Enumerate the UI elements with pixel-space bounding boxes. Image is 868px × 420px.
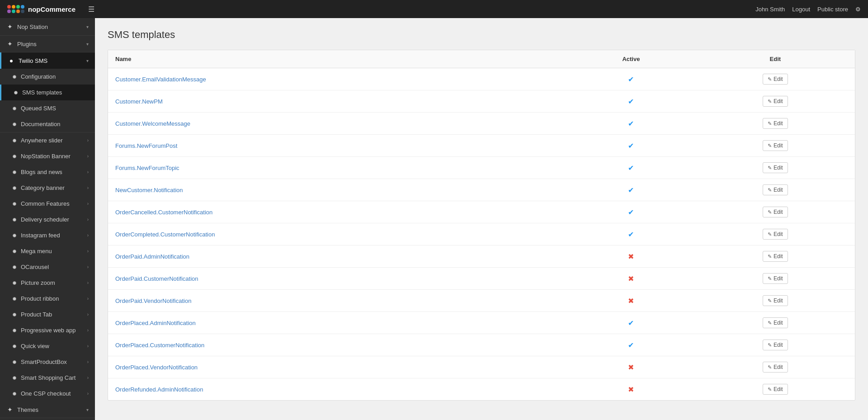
pencil-icon: ✎	[768, 320, 772, 326]
edit-button[interactable]: ✎ Edit	[763, 384, 788, 395]
plugin-items: Anywhere slider › NopStation Banner › Bl…	[0, 132, 95, 401]
sidebar-item-themes[interactable]: ✦ Themes ▾	[0, 401, 95, 418]
sidebar-item-picture-zoom[interactable]: Picture zoom ›	[0, 275, 95, 291]
page-title: SMS templates	[108, 29, 855, 41]
sidebar-item-common-features[interactable]: Common Features ›	[0, 196, 95, 212]
hamburger-icon[interactable]: ☰	[88, 5, 94, 14]
template-link[interactable]: OrderPlaced.CustomerNotification	[115, 342, 204, 349]
sidebar-item-smart-product-box[interactable]: SmartProductBox ›	[0, 354, 95, 370]
sidebar-item-twilio-sms[interactable]: ● Twilio SMS ▾	[0, 52, 95, 69]
cell-edit: ✎ Edit	[696, 268, 855, 290]
template-link[interactable]: Customer.EmailValidationMessage	[115, 76, 206, 83]
sidebar-item-mega-menu[interactable]: Mega menu ›	[0, 243, 95, 259]
edit-button[interactable]: ✎ Edit	[763, 340, 788, 350]
sidebar-item-instagram-feed[interactable]: Instagram feed ›	[0, 227, 95, 243]
pencil-icon: ✎	[768, 99, 772, 104]
sidebar-item-progressive-web-app[interactable]: Progressive web app ›	[0, 322, 95, 338]
sidebar-item-delivery-scheduler[interactable]: Delivery scheduler ›	[0, 212, 95, 227]
sidebar-item-configuration[interactable]: Configuration	[0, 69, 95, 85]
sidebar-item-anywhere-slider[interactable]: Anywhere slider ›	[0, 132, 95, 148]
sidebar-item-nopstation-banner[interactable]: NopStation Banner ›	[0, 148, 95, 164]
plugins-section: ✦ Plugins ▾	[0, 36, 95, 52]
logout-link[interactable]: Logout	[792, 6, 810, 13]
cell-edit: ✎ Edit	[696, 290, 855, 312]
progressive-web-app-label: Progressive web app	[21, 327, 84, 334]
template-link[interactable]: NewCustomer.Notification	[115, 187, 183, 193]
edit-button[interactable]: ✎ Edit	[763, 207, 788, 217]
template-link[interactable]: OrderPlaced.VendorNotification	[115, 364, 198, 371]
template-link[interactable]: Customer.WelcomeMessage	[115, 120, 190, 127]
edit-button[interactable]: ✎ Edit	[763, 162, 788, 173]
config-dot	[13, 75, 16, 79]
pencil-icon: ✎	[768, 121, 772, 127]
themes-section: ✦ Themes ▾	[0, 401, 95, 418]
smart-product-box-arrow: ›	[87, 359, 89, 364]
sidebar-item-category-banner[interactable]: Category banner ›	[0, 180, 95, 196]
public-store-link[interactable]: Public store	[817, 6, 848, 13]
table-row: OrderPlaced.CustomerNotification ✔ ✎ Edi…	[108, 334, 855, 356]
settings-icon[interactable]: ⚙	[855, 6, 861, 13]
sidebar-item-smart-shopping-cart[interactable]: Smart Shopping Cart ›	[0, 370, 95, 386]
mega-menu-arrow: ›	[87, 249, 89, 254]
edit-label: Edit	[774, 364, 783, 370]
sidebar-item-quick-view[interactable]: Quick view ›	[0, 338, 95, 354]
sidebar-item-ocarousel[interactable]: OCarousel ›	[0, 259, 95, 275]
table-header: Name Active Edit	[108, 50, 855, 68]
common-features-arrow: ›	[87, 201, 89, 206]
template-link[interactable]: OrderCompleted.CustomerNotification	[115, 231, 215, 238]
sidebar-item-sms-templates[interactable]: SMS templates	[0, 85, 95, 100]
cell-active: ✖	[566, 245, 695, 268]
sidebar-item-queued-sms[interactable]: Queued SMS	[0, 100, 95, 116]
col-edit: Edit	[696, 50, 855, 68]
edit-button[interactable]: ✎ Edit	[763, 317, 788, 328]
sidebar-item-nop-station[interactable]: ✦ Nop Station ▾	[0, 18, 95, 35]
product-ribbon-label: Product ribbon	[21, 295, 84, 302]
one-csp-checkout-arrow: ›	[87, 391, 89, 396]
sidebar-item-product-ribbon[interactable]: Product ribbon ›	[0, 291, 95, 307]
template-link[interactable]: OrderPlaced.AdminNotification	[115, 320, 196, 326]
logo-dot-2	[12, 5, 15, 9]
cell-edit: ✎ Edit	[696, 113, 855, 135]
template-link[interactable]: OrderCancelled.CustomerNotification	[115, 209, 212, 216]
edit-button[interactable]: ✎ Edit	[763, 140, 788, 151]
edit-button[interactable]: ✎ Edit	[763, 229, 788, 240]
edit-button[interactable]: ✎ Edit	[763, 96, 788, 107]
template-link[interactable]: OrderRefunded.AdminNotification	[115, 386, 203, 393]
queued-sms-label: Queued SMS	[21, 105, 89, 112]
anywhere-slider-label: Anywhere slider	[21, 137, 84, 144]
pencil-icon: ✎	[768, 254, 772, 260]
template-link[interactable]: Forums.NewForumTopic	[115, 165, 179, 171]
blogs-and-news-label: Blogs and news	[21, 169, 84, 175]
logo-dot-1	[7, 5, 11, 9]
sidebar-item-one-csp-checkout[interactable]: One CSP checkout ›	[0, 386, 95, 401]
edit-button[interactable]: ✎ Edit	[763, 184, 788, 195]
pencil-icon: ✎	[768, 387, 772, 392]
doc-dot	[13, 123, 16, 126]
table-row: Customer.NewPM ✔ ✎ Edit	[108, 90, 855, 113]
edit-button[interactable]: ✎ Edit	[763, 118, 788, 129]
category-banner-dot	[13, 186, 16, 190]
twilio-sms-label: Twilio SMS	[19, 57, 83, 64]
template-link[interactable]: Forums.NewForumPost	[115, 142, 177, 149]
sidebar-item-plugins[interactable]: ✦ Plugins ▾	[0, 36, 95, 52]
blogs-and-news-dot	[13, 170, 16, 174]
template-link[interactable]: OrderPaid.AdminNotification	[115, 253, 189, 260]
template-link[interactable]: Customer.NewPM	[115, 98, 163, 105]
table-row: NewCustomer.Notification ✔ ✎ Edit	[108, 179, 855, 201]
edit-button[interactable]: ✎ Edit	[763, 273, 788, 284]
table-row: Forums.NewForumTopic ✔ ✎ Edit	[108, 157, 855, 179]
edit-button[interactable]: ✎ Edit	[763, 74, 788, 85]
edit-button[interactable]: ✎ Edit	[763, 295, 788, 306]
sidebar-item-product-tab[interactable]: Product Tab ›	[0, 307, 95, 322]
edit-label: Edit	[774, 98, 783, 104]
cell-edit: ✎ Edit	[696, 356, 855, 378]
sidebar-item-documentation[interactable]: Documentation	[0, 116, 95, 132]
logo-dot-5	[7, 9, 11, 13]
edit-label: Edit	[774, 275, 783, 282]
edit-button[interactable]: ✎ Edit	[763, 362, 788, 373]
template-link[interactable]: OrderPaid.CustomerNotification	[115, 275, 198, 282]
sidebar-item-blogs-and-news[interactable]: Blogs and news ›	[0, 164, 95, 180]
template-link[interactable]: OrderPaid.VendorNotification	[115, 297, 191, 304]
edit-button[interactable]: ✎ Edit	[763, 251, 788, 262]
ocarousel-label: OCarousel	[21, 264, 84, 270]
